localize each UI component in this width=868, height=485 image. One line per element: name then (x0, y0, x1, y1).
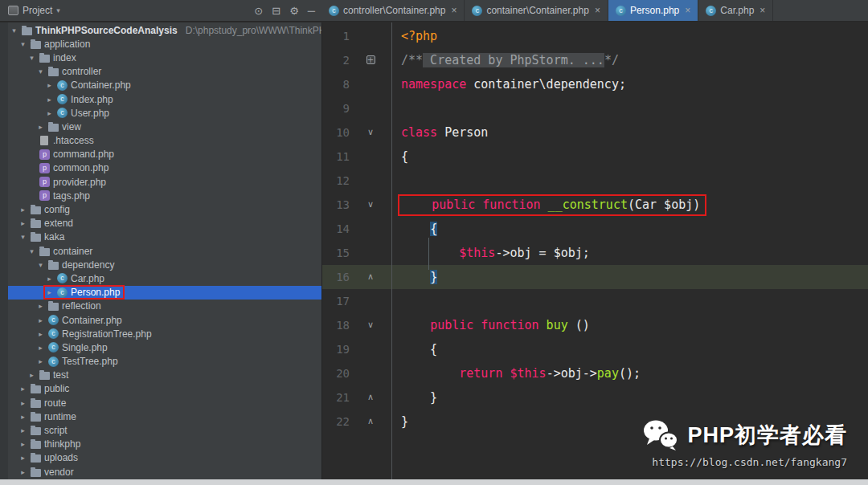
tree-collapsed-arrow-icon[interactable]: ▸ (18, 219, 27, 227)
tree-collapsed-arrow-icon[interactable]: ▸ (18, 206, 27, 214)
tree-expanded-arrow-icon[interactable]: ▾ (36, 261, 45, 269)
tree-collapsed-arrow-icon[interactable]: ▸ (45, 96, 54, 104)
code-text[interactable]: { (391, 342, 437, 357)
tree-collapsed-arrow-icon[interactable]: ▸ (36, 330, 45, 338)
tree-expanded-arrow-icon[interactable]: ▾ (36, 67, 45, 75)
tree-collapsed-arrow-icon[interactable]: ▸ (45, 109, 54, 117)
code-text[interactable] (391, 101, 401, 116)
tree-collapsed-arrow-icon[interactable]: ▸ (36, 316, 45, 324)
tree-item-index[interactable]: ▾index (8, 51, 321, 64)
tree-collapsed-arrow-icon[interactable]: ▸ (18, 454, 27, 462)
tree-item-reflection[interactable]: ▸reflection (8, 300, 321, 313)
tree-item-thinkphpsourcecodeanalysis[interactable]: ▾ThinkPHPSourceCodeAnalysisD:\phpstudy_p… (8, 23, 321, 37)
close-tab-icon[interactable]: × (760, 5, 765, 16)
settings-gear-icon[interactable]: ⚙ (289, 5, 299, 17)
code-text[interactable]: } (391, 390, 437, 405)
tree-item-test[interactable]: ▸test (8, 369, 321, 382)
fold-up-icon[interactable]: ∧ (350, 265, 391, 289)
close-tab-icon[interactable]: × (595, 5, 600, 16)
tree-item-kaka[interactable]: ▾kaka (8, 230, 321, 244)
tree-collapsed-arrow-icon[interactable]: ▸ (18, 440, 27, 448)
close-tab-icon[interactable]: × (685, 5, 690, 16)
tree-collapsed-arrow-icon[interactable]: ▸ (36, 302, 45, 310)
tree-expanded-arrow-icon[interactable]: ▾ (27, 247, 36, 255)
tree-item-runtime[interactable]: ▸runtime (8, 410, 321, 423)
tree-collapsed-arrow-icon[interactable]: ▸ (18, 468, 27, 476)
code-text[interactable]: } (391, 414, 408, 429)
project-panel-title[interactable]: Project (23, 5, 52, 16)
editor-tab-person-php[interactable]: cPerson.php× (608, 0, 698, 21)
tree-item-controller[interactable]: ▾controller (8, 65, 321, 79)
tree-collapsed-arrow-icon[interactable]: ▸ (18, 413, 27, 421)
code-text[interactable]: public function __construct(Car $obj) (391, 198, 706, 212)
code-text[interactable]: namespace container\dependency; (391, 77, 626, 92)
tree-item-dependency[interactable]: ▾dependency (8, 258, 321, 271)
fold-up-icon[interactable]: ∧ (350, 385, 391, 410)
tree-collapsed-arrow-icon[interactable]: ▸ (45, 275, 54, 283)
tree-item-application[interactable]: ▾application (8, 37, 321, 51)
tree-item-index-php[interactable]: ▸cIndex.php (8, 92, 321, 106)
tree-item-person-php[interactable]: ▸cPerson.php (8, 286, 321, 300)
tree-collapsed-arrow-icon[interactable]: ▸ (27, 371, 36, 379)
tree-item-vendor[interactable]: ▸vendor (8, 465, 321, 479)
tree-item-container-php[interactable]: ▸cContainer.php (8, 313, 321, 327)
code-text[interactable]: { (391, 149, 408, 164)
code-text[interactable]: /** Created by PhpStorm. ...*/ (391, 53, 619, 67)
tree-expanded-arrow-icon[interactable]: ▾ (10, 26, 18, 35)
tree-item-config[interactable]: ▸config (8, 202, 321, 216)
tree-expanded-arrow-icon[interactable]: ▾ (18, 40, 27, 48)
tree-item-registrationtree-php[interactable]: ▸cRegistrationTree.php (8, 327, 321, 340)
tree-collapsed-arrow-icon[interactable]: ▸ (45, 81, 54, 89)
code-text[interactable]: } (391, 270, 437, 284)
code-text[interactable]: return $this->obj->pay(); (391, 366, 641, 381)
fold-up-icon[interactable]: ∧ (350, 410, 391, 434)
tree-item-script[interactable]: ▸script (8, 423, 321, 437)
project-tool-window-icon[interactable] (8, 6, 18, 15)
tree-item-testtree-php[interactable]: ▸cTestTree.php (8, 355, 321, 369)
editor-tab-container-container-php[interactable]: ccontainer\Container.php× (465, 0, 608, 21)
tree-item-htaccess[interactable]: .htaccess (8, 134, 321, 148)
tree-collapsed-arrow-icon[interactable]: ▸ (18, 385, 27, 393)
tree-item-container-php[interactable]: ▸cContainer.php (8, 79, 321, 92)
tree-collapsed-arrow-icon[interactable]: ▸ (36, 123, 45, 131)
tree-item-command-php[interactable]: pcommand.php (8, 148, 321, 161)
tree-item-tags-php[interactable]: ptags.php (8, 189, 321, 202)
tree-item-single-php[interactable]: ▸cSingle.php (8, 340, 321, 354)
tree-item-user-php[interactable]: ▸cUser.php (8, 106, 321, 120)
tree-item-container[interactable]: ▾container (8, 244, 321, 258)
tree-collapsed-arrow-icon[interactable]: ▸ (45, 288, 54, 296)
tree-collapsed-arrow-icon[interactable]: ▸ (18, 399, 27, 407)
tree-item-common-php[interactable]: pcommon.php (8, 161, 321, 175)
code-text[interactable]: $this->obj = $obj; (391, 246, 590, 260)
tree-collapsed-arrow-icon[interactable]: ▸ (18, 426, 27, 434)
code-text[interactable]: <?php (391, 29, 437, 43)
code-text[interactable] (391, 173, 401, 188)
code-text[interactable] (391, 294, 401, 308)
fold-down-icon[interactable]: ∨ (350, 313, 391, 337)
tree-item-extend[interactable]: ▸extend (8, 217, 321, 230)
collapse-all-icon[interactable]: ⊟ (272, 5, 280, 17)
tree-item-car-php[interactable]: ▸cCar.php (8, 271, 321, 285)
editor-tab-controller-container-php[interactable]: ccontroller\Container.php× (321, 0, 465, 21)
tree-collapsed-arrow-icon[interactable]: ▸ (36, 357, 45, 365)
locate-file-icon[interactable]: ⊙ (254, 5, 263, 17)
tree-item-thinkphp[interactable]: ▸thinkphp (8, 438, 321, 451)
code-text[interactable]: { (391, 222, 437, 236)
fold-plus-icon[interactable]: + (350, 48, 391, 72)
tree-item-uploads[interactable]: ▸uploads (8, 451, 321, 465)
editor-tab-car-php[interactable]: cCar.php× (698, 0, 773, 21)
tree-item-route[interactable]: ▸route (8, 396, 321, 410)
tree-item-provider-php[interactable]: pprovider.php (8, 175, 321, 189)
close-tab-icon[interactable]: × (451, 5, 457, 16)
project-dropdown-caret-icon[interactable]: ▾ (56, 6, 60, 14)
fold-down-icon[interactable]: ∨ (350, 120, 391, 145)
tree-collapsed-arrow-icon[interactable]: ▸ (36, 344, 45, 352)
code-text[interactable]: public function buy () (391, 318, 590, 332)
tree-expanded-arrow-icon[interactable]: ▾ (18, 233, 27, 241)
tree-expanded-arrow-icon[interactable]: ▾ (27, 54, 36, 62)
code-text[interactable]: class Person (391, 125, 488, 140)
fold-down-icon[interactable]: ∨ (350, 193, 391, 217)
tree-item-public[interactable]: ▸public (8, 382, 321, 396)
hide-panel-icon[interactable]: ─ (308, 5, 315, 17)
tree-item-view[interactable]: ▸view (8, 120, 321, 133)
